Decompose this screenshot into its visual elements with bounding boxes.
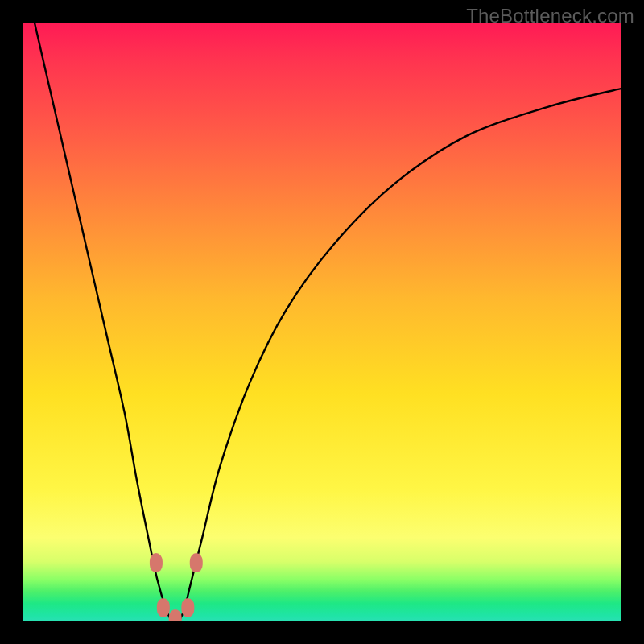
chart-frame — [23, 23, 621, 621]
curve-marker — [190, 553, 203, 572]
watermark-text: TheBottleneck.com — [466, 5, 634, 27]
curve-marker — [150, 553, 163, 572]
curve-marker — [157, 598, 170, 617]
curve-marker — [169, 609, 182, 621]
bottleneck-curve — [23, 23, 621, 621]
curve-marker — [181, 598, 194, 617]
